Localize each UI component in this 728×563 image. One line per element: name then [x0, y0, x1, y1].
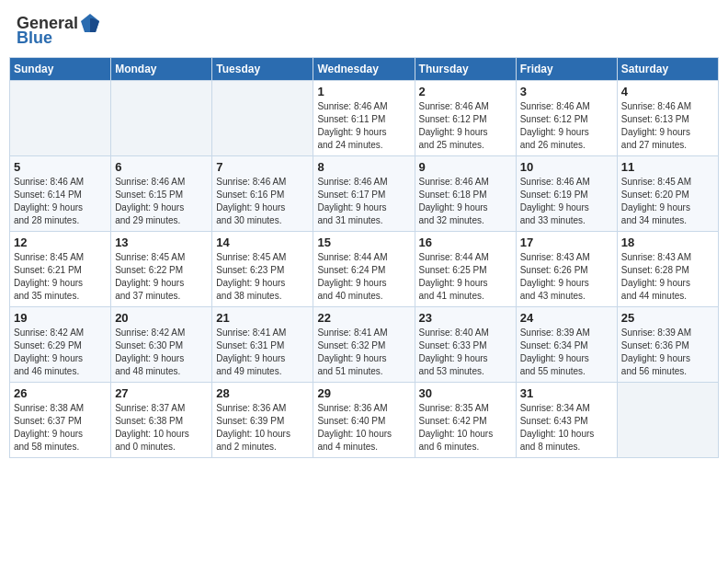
page-header: General Blue	[9, 9, 719, 50]
day-number: 5	[14, 160, 107, 174]
day-number: 10	[520, 160, 613, 174]
day-info: Sunrise: 8:45 AM Sunset: 6:23 PM Dayligh…	[216, 251, 309, 303]
day-number: 19	[14, 311, 107, 325]
calendar-cell	[212, 81, 313, 156]
calendar-cell: 20Sunrise: 8:42 AM Sunset: 6:30 PM Dayli…	[111, 307, 212, 383]
calendar-cell: 14Sunrise: 8:45 AM Sunset: 6:23 PM Dayli…	[212, 232, 313, 307]
calendar-cell: 13Sunrise: 8:45 AM Sunset: 6:22 PM Dayli…	[111, 232, 212, 307]
day-info: Sunrise: 8:43 AM Sunset: 6:28 PM Dayligh…	[621, 251, 714, 303]
day-info: Sunrise: 8:35 AM Sunset: 6:42 PM Dayligh…	[419, 402, 512, 454]
calendar-cell: 29Sunrise: 8:36 AM Sunset: 6:40 PM Dayli…	[313, 383, 415, 458]
day-number: 21	[216, 311, 309, 325]
calendar-table: SundayMondayTuesdayWednesdayThursdayFrid…	[9, 57, 719, 458]
day-number: 13	[115, 236, 208, 249]
day-info: Sunrise: 8:46 AM Sunset: 6:12 PM Dayligh…	[419, 100, 512, 152]
day-info: Sunrise: 8:38 AM Sunset: 6:37 PM Dayligh…	[14, 402, 107, 454]
day-number: 26	[14, 386, 107, 400]
day-number: 3	[520, 85, 613, 98]
calendar-cell: 24Sunrise: 8:39 AM Sunset: 6:34 PM Dayli…	[516, 307, 617, 383]
calendar-cell: 18Sunrise: 8:43 AM Sunset: 6:28 PM Dayli…	[617, 232, 718, 307]
calendar-cell: 26Sunrise: 8:38 AM Sunset: 6:37 PM Dayli…	[10, 383, 111, 458]
day-number: 15	[317, 236, 410, 249]
logo: General Blue	[17, 13, 100, 46]
day-number: 17	[520, 236, 613, 249]
calendar-cell: 28Sunrise: 8:36 AM Sunset: 6:39 PM Dayli…	[212, 383, 313, 458]
calendar-cell: 23Sunrise: 8:40 AM Sunset: 6:33 PM Dayli…	[415, 307, 516, 383]
calendar-week-row: 5Sunrise: 8:46 AM Sunset: 6:14 PM Daylig…	[10, 156, 719, 232]
day-info: Sunrise: 8:36 AM Sunset: 6:39 PM Dayligh…	[216, 402, 309, 454]
day-info: Sunrise: 8:34 AM Sunset: 6:43 PM Dayligh…	[520, 402, 613, 454]
day-info: Sunrise: 8:40 AM Sunset: 6:33 PM Dayligh…	[419, 327, 512, 378]
calendar-cell: 22Sunrise: 8:41 AM Sunset: 6:32 PM Dayli…	[313, 307, 415, 383]
calendar-cell: 11Sunrise: 8:45 AM Sunset: 6:20 PM Dayli…	[617, 156, 718, 232]
day-number: 12	[14, 236, 107, 249]
calendar-cell: 9Sunrise: 8:46 AM Sunset: 6:18 PM Daylig…	[415, 156, 516, 232]
logo-icon	[80, 13, 100, 33]
day-info: Sunrise: 8:46 AM Sunset: 6:12 PM Dayligh…	[520, 100, 613, 152]
day-number: 6	[115, 160, 208, 174]
day-info: Sunrise: 8:46 AM Sunset: 6:19 PM Dayligh…	[520, 176, 613, 227]
day-info: Sunrise: 8:45 AM Sunset: 6:22 PM Dayligh…	[115, 251, 208, 303]
day-number: 28	[216, 386, 309, 400]
calendar-cell: 15Sunrise: 8:44 AM Sunset: 6:24 PM Dayli…	[313, 232, 415, 307]
weekday-header-tuesday: Tuesday	[212, 58, 313, 81]
day-info: Sunrise: 8:46 AM Sunset: 6:17 PM Dayligh…	[317, 176, 410, 227]
calendar-cell	[111, 81, 212, 156]
day-info: Sunrise: 8:46 AM Sunset: 6:15 PM Dayligh…	[115, 176, 208, 227]
day-number: 24	[520, 311, 613, 325]
day-number: 11	[621, 160, 714, 174]
calendar-cell: 21Sunrise: 8:41 AM Sunset: 6:31 PM Dayli…	[212, 307, 313, 383]
calendar-cell: 8Sunrise: 8:46 AM Sunset: 6:17 PM Daylig…	[313, 156, 415, 232]
calendar-week-row: 19Sunrise: 8:42 AM Sunset: 6:29 PM Dayli…	[10, 307, 719, 383]
day-number: 20	[115, 311, 208, 325]
calendar-cell	[10, 81, 111, 156]
day-info: Sunrise: 8:43 AM Sunset: 6:26 PM Dayligh…	[520, 251, 613, 303]
day-number: 9	[419, 160, 512, 174]
day-info: Sunrise: 8:46 AM Sunset: 6:16 PM Dayligh…	[216, 176, 309, 227]
day-info: Sunrise: 8:42 AM Sunset: 6:30 PM Dayligh…	[115, 327, 208, 378]
day-number: 18	[621, 236, 714, 249]
calendar-week-row: 12Sunrise: 8:45 AM Sunset: 6:21 PM Dayli…	[10, 232, 719, 307]
day-number: 16	[419, 236, 512, 249]
calendar-cell: 31Sunrise: 8:34 AM Sunset: 6:43 PM Dayli…	[516, 383, 617, 458]
day-info: Sunrise: 8:42 AM Sunset: 6:29 PM Dayligh…	[14, 327, 107, 378]
calendar-cell: 30Sunrise: 8:35 AM Sunset: 6:42 PM Dayli…	[415, 383, 516, 458]
day-info: Sunrise: 8:37 AM Sunset: 6:38 PM Dayligh…	[115, 402, 208, 454]
weekday-header-friday: Friday	[516, 58, 617, 81]
day-number: 2	[419, 85, 512, 98]
day-info: Sunrise: 8:46 AM Sunset: 6:11 PM Dayligh…	[317, 100, 410, 152]
calendar-week-row: 1Sunrise: 8:46 AM Sunset: 6:11 PM Daylig…	[10, 81, 719, 156]
calendar-cell: 7Sunrise: 8:46 AM Sunset: 6:16 PM Daylig…	[212, 156, 313, 232]
calendar-cell: 16Sunrise: 8:44 AM Sunset: 6:25 PM Dayli…	[415, 232, 516, 307]
day-info: Sunrise: 8:36 AM Sunset: 6:40 PM Dayligh…	[317, 402, 410, 454]
day-info: Sunrise: 8:39 AM Sunset: 6:34 PM Dayligh…	[520, 327, 613, 378]
day-number: 14	[216, 236, 309, 249]
day-info: Sunrise: 8:39 AM Sunset: 6:36 PM Dayligh…	[621, 327, 714, 378]
calendar-cell: 5Sunrise: 8:46 AM Sunset: 6:14 PM Daylig…	[10, 156, 111, 232]
calendar-cell: 25Sunrise: 8:39 AM Sunset: 6:36 PM Dayli…	[617, 307, 718, 383]
day-number: 22	[317, 311, 410, 325]
weekday-header-sunday: Sunday	[10, 58, 111, 81]
calendar-cell: 27Sunrise: 8:37 AM Sunset: 6:38 PM Dayli…	[111, 383, 212, 458]
day-number: 27	[115, 386, 208, 400]
calendar-cell: 6Sunrise: 8:46 AM Sunset: 6:15 PM Daylig…	[111, 156, 212, 232]
logo-blue-text: Blue	[17, 29, 52, 46]
weekday-header-monday: Monday	[111, 58, 212, 81]
calendar-cell: 10Sunrise: 8:46 AM Sunset: 6:19 PM Dayli…	[516, 156, 617, 232]
day-info: Sunrise: 8:44 AM Sunset: 6:24 PM Dayligh…	[317, 251, 410, 303]
day-number: 8	[317, 160, 410, 174]
weekday-header-thursday: Thursday	[415, 58, 516, 81]
weekday-header-wednesday: Wednesday	[313, 58, 415, 81]
day-info: Sunrise: 8:44 AM Sunset: 6:25 PM Dayligh…	[419, 251, 512, 303]
calendar-cell: 3Sunrise: 8:46 AM Sunset: 6:12 PM Daylig…	[516, 81, 617, 156]
day-number: 29	[317, 386, 410, 400]
calendar-cell	[617, 383, 718, 458]
calendar-cell: 12Sunrise: 8:45 AM Sunset: 6:21 PM Dayli…	[10, 232, 111, 307]
calendar-header-row: SundayMondayTuesdayWednesdayThursdayFrid…	[10, 58, 719, 81]
calendar-cell: 1Sunrise: 8:46 AM Sunset: 6:11 PM Daylig…	[313, 81, 415, 156]
day-info: Sunrise: 8:46 AM Sunset: 6:13 PM Dayligh…	[621, 100, 714, 152]
calendar-cell: 17Sunrise: 8:43 AM Sunset: 6:26 PM Dayli…	[516, 232, 617, 307]
day-number: 31	[520, 386, 613, 400]
day-number: 7	[216, 160, 309, 174]
day-number: 1	[317, 85, 410, 98]
